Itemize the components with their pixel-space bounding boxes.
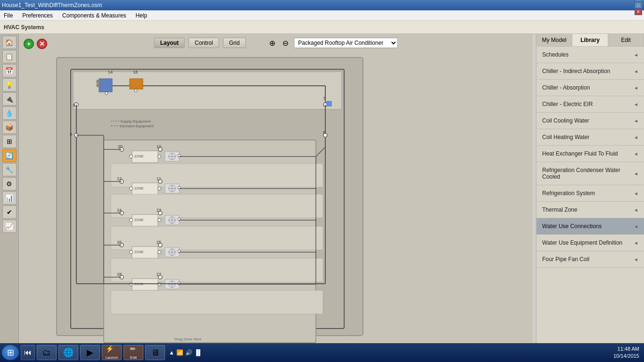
library-item-8[interactable]: Refrigeration System◄ bbox=[537, 185, 644, 202]
svg-text:ZONE: ZONE bbox=[134, 250, 144, 254]
svg-rect-5 bbox=[97, 84, 100, 87]
library-item-arrow: ◄ bbox=[634, 85, 638, 90]
svg-point-65 bbox=[130, 219, 133, 222]
taskbar: ⊞ ⏮ 🗂 🌐 ▶ ⚡Launch ✏Edit 🖥 ▲ 📶 🔊 ▐▌ 11:48… bbox=[0, 343, 644, 362]
tab-library[interactable]: Library bbox=[572, 34, 608, 46]
library-item-arrow: ◄ bbox=[634, 191, 638, 196]
library-item-label: Chiller - Absorption bbox=[542, 84, 590, 91]
taskbar-system-tray: ▲ 📶 🔊 ▐▌ bbox=[167, 349, 204, 356]
menu-bar: File Preferences Components & Measures H… bbox=[0, 10, 644, 21]
system-selector[interactable]: Packaged Rooftop Air Conditioner bbox=[294, 38, 397, 48]
sidebar-icon-home[interactable]: 📋 bbox=[2, 50, 17, 63]
sidebar-icon-plus[interactable]: 🏠 bbox=[2, 36, 17, 49]
menu-file[interactable]: File bbox=[2, 11, 15, 20]
library-item-10[interactable]: Water Use Connections◄ bbox=[537, 218, 644, 235]
start-button[interactable]: ⊞ bbox=[2, 345, 19, 360]
library-item-arrow: ◄ bbox=[634, 257, 638, 262]
svg-point-51 bbox=[130, 187, 133, 190]
remove-system-button[interactable]: ✕ bbox=[37, 39, 47, 49]
close-button[interactable]: ✕ bbox=[635, 8, 642, 15]
library-item-label: Coil Heating Water bbox=[542, 134, 589, 140]
library-item-arrow: ◄ bbox=[634, 135, 638, 140]
library-item-2[interactable]: Chiller - Absorption◄ bbox=[537, 80, 644, 96]
sidebar-icon-chart[interactable]: 📈 bbox=[2, 220, 17, 233]
taskbar-files-button[interactable]: 🗂 bbox=[37, 345, 57, 360]
svg-point-10 bbox=[134, 89, 137, 92]
svg-text:Drag Zone Here: Drag Zone Here bbox=[174, 337, 202, 341]
library-item-4[interactable]: Coil Cooling Water◄ bbox=[537, 113, 644, 129]
right-list: Schedules◄Chiller - Indirect Absorption◄… bbox=[537, 47, 644, 343]
grid-button[interactable]: Grid bbox=[223, 38, 246, 48]
content-area: 🏠 📋 📅 💡 🔌 💧 📦 ⊞ 🔄 🔧 ⚙ 📊 ✔ 📈 + ✕ Layout bbox=[0, 34, 644, 343]
library-item-0[interactable]: Schedules◄ bbox=[537, 47, 644, 63]
taskbar-media-button[interactable]: ▶ bbox=[80, 345, 100, 360]
library-item-label: Four Pipe Fan Coil bbox=[542, 256, 589, 263]
library-item-arrow: ◄ bbox=[634, 52, 638, 58]
title-controls: ─ □ ✕ bbox=[635, 0, 642, 15]
svg-point-62 bbox=[158, 211, 162, 215]
library-item-5[interactable]: Coil Heating Water◄ bbox=[537, 129, 644, 146]
sidebar-icon-plug[interactable]: 🔌 bbox=[2, 92, 17, 106]
taskbar-os-button[interactable]: 🖥 bbox=[145, 345, 165, 360]
library-item-label: Refrigeration Condenser Water Cooled bbox=[542, 167, 634, 180]
library-item-12[interactable]: Four Pipe Fan Coil◄ bbox=[537, 251, 644, 268]
maximize-button[interactable]: □ bbox=[635, 2, 642, 8]
svg-point-48 bbox=[158, 180, 162, 183]
library-item-7[interactable]: Refrigeration Condenser Water Cooled◄ bbox=[537, 162, 644, 185]
layout-button[interactable]: Layout bbox=[154, 38, 185, 48]
svg-point-26 bbox=[323, 133, 327, 137]
taskbar-chrome-button[interactable]: 🌐 bbox=[58, 345, 78, 360]
svg-text:14: 14 bbox=[108, 70, 113, 74]
sidebar-icon-calendar[interactable]: 📅 bbox=[2, 64, 17, 77]
svg-rect-18 bbox=[327, 101, 331, 106]
tab-my-model[interactable]: My Model bbox=[537, 34, 572, 46]
svg-rect-3 bbox=[99, 79, 112, 92]
svg-point-37 bbox=[130, 155, 133, 158]
title-bar: House1_Test_WithDiffThermZones.osm ─ □ ✕ bbox=[0, 0, 644, 10]
sidebar-icon-grid[interactable]: ⊞ bbox=[2, 135, 17, 148]
library-item-arrow: ◄ bbox=[634, 118, 638, 123]
control-button[interactable]: Control bbox=[189, 38, 219, 48]
library-item-9[interactable]: Thermal Zone◄ bbox=[537, 202, 644, 218]
svg-point-80 bbox=[158, 251, 161, 254]
library-item-6[interactable]: Heat Exchanger Fluid To Fluid◄ bbox=[537, 146, 644, 162]
sidebar-icon-water[interactable]: 💧 bbox=[2, 107, 17, 120]
svg-text:ZONE: ZONE bbox=[134, 218, 144, 222]
svg-point-76 bbox=[158, 243, 162, 247]
add-system-button[interactable]: + bbox=[24, 39, 34, 49]
tab-edit[interactable]: Edit bbox=[608, 34, 644, 46]
tray-arrow[interactable]: ▲ bbox=[169, 349, 174, 356]
svg-point-90 bbox=[158, 275, 162, 279]
hvac-diagram: 14 18 6 7 Sup bbox=[42, 53, 372, 343]
svg-point-38 bbox=[158, 155, 161, 158]
zoom-in-button[interactable]: ⊕ bbox=[267, 38, 277, 48]
sidebar-icon-box[interactable]: 📦 bbox=[2, 121, 17, 134]
taskbar-clock: 11:48 AM 10/14/2015 bbox=[613, 346, 642, 360]
right-tabs: My Model Library Edit bbox=[537, 34, 644, 47]
canvas-area[interactable]: + ✕ Layout Control Grid ⊕ ⊖ Packaged Roo… bbox=[19, 34, 533, 343]
menu-components[interactable]: Components & Measures bbox=[60, 11, 128, 20]
sidebar-icon-wrench[interactable]: 🔧 bbox=[2, 163, 17, 176]
menu-preferences[interactable]: Preferences bbox=[20, 11, 55, 20]
svg-point-79 bbox=[130, 251, 133, 254]
sidebar-icon-report[interactable]: 📊 bbox=[2, 191, 17, 205]
taskbar-edit-button[interactable]: ✏Edit bbox=[124, 345, 143, 360]
library-item-11[interactable]: Water Use Equipment Definition◄ bbox=[537, 235, 644, 251]
taskbar-back-button[interactable]: ⏮ bbox=[21, 345, 35, 360]
svg-text:18: 18 bbox=[133, 70, 138, 74]
sidebar-icon-gear[interactable]: ⚙ bbox=[2, 177, 17, 190]
clock-time: 11:48 AM bbox=[613, 346, 639, 353]
menu-help[interactable]: Help bbox=[133, 11, 149, 20]
library-item-arrow: ◄ bbox=[634, 240, 638, 246]
svg-text:9: 9 bbox=[70, 132, 72, 137]
library-item-1[interactable]: Chiller - Indirect Absorption◄ bbox=[537, 63, 644, 80]
sidebar-icon-bulb[interactable]: 💡 bbox=[2, 78, 17, 91]
sidebar-icon-hvac[interactable]: 🔄 bbox=[2, 149, 17, 162]
tray-volume[interactable]: 🔊 bbox=[185, 349, 192, 356]
library-item-3[interactable]: Chiller - Electric EIR◄ bbox=[537, 96, 644, 113]
taskbar-launch-button[interactable]: ⚡Launch bbox=[102, 345, 122, 360]
zoom-out-button[interactable]: ⊖ bbox=[281, 38, 290, 48]
sidebar-icon-check[interactable]: ✔ bbox=[2, 206, 17, 219]
hvac-header: HVAC Systems bbox=[0, 21, 644, 34]
right-panel: My Model Library Edit Schedules◄Chiller … bbox=[536, 34, 644, 343]
